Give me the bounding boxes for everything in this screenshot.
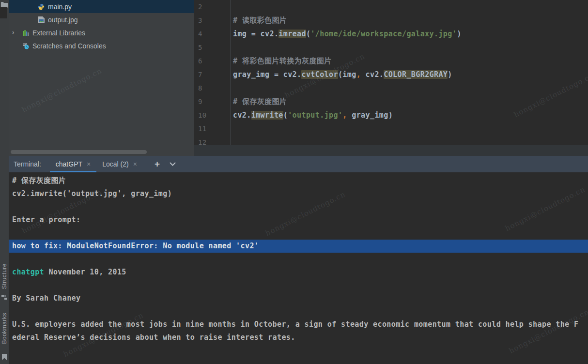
editor-bottom-strip xyxy=(194,145,588,156)
code-line[interactable]: 6 # 将彩色图片转换为灰度图片 xyxy=(194,54,588,68)
terminal-chatgpt-header-line[interactable]: chatgpt November 10, 2015 xyxy=(9,266,588,279)
terminal-line[interactable] xyxy=(9,227,588,240)
tab-local-2[interactable]: Local (2) × xyxy=(96,156,143,172)
code-line[interactable]: 3 # 读取彩色图片 xyxy=(194,14,588,27)
scratches-icon xyxy=(22,42,30,50)
line-number: 7 xyxy=(194,68,230,81)
left-tool-stripe: Structure Bookmarks xyxy=(0,0,9,364)
code-line[interactable]: 4 img = cv2.imread('/home/ide/workspace/… xyxy=(194,27,588,41)
code-line[interactable]: 2 xyxy=(194,0,588,14)
tree-item-output-jpg[interactable]: output.jpg xyxy=(9,13,194,26)
terminal-line[interactable] xyxy=(9,200,588,213)
line-number: 9 xyxy=(194,95,230,108)
line-number: 10 xyxy=(194,108,230,122)
code-line[interactable]: 8 xyxy=(194,81,588,95)
code-line[interactable]: 7 gray_img = cv2.cvtColor(img, cv2.COLOR… xyxy=(194,68,588,81)
external-libraries-icon xyxy=(22,29,30,37)
terminal-output[interactable]: # 保存灰度图片 cv2.imwrite('output.jpg', gray_… xyxy=(9,172,588,364)
project-folder-icon[interactable] xyxy=(1,1,8,7)
terminal-line[interactable]: cv2.imwrite('output.jpg', gray_img) xyxy=(9,187,588,200)
code-line[interactable]: 10 cv2.imwrite('output.jpg', gray_img) xyxy=(194,108,588,122)
line-number: 2 xyxy=(194,0,230,14)
line-number: 11 xyxy=(194,122,230,136)
code-line[interactable]: 5 xyxy=(194,41,588,54)
code-line[interactable]: 12 xyxy=(194,136,588,145)
terminal-line[interactable] xyxy=(9,253,588,266)
terminal-byline[interactable]: By Sarah Chaney xyxy=(9,292,588,305)
terminal-line[interactable] xyxy=(9,305,588,318)
tree-item-label: Scratches and Consoles xyxy=(32,42,106,50)
code-line[interactable]: 9 # 保存灰度图片 xyxy=(194,95,588,108)
line-number: 6 xyxy=(194,54,230,68)
terminal-label: Terminal: xyxy=(14,160,41,168)
tree-item-external-libraries[interactable]: › External Libraries xyxy=(9,26,194,39)
image-file-icon xyxy=(37,16,45,24)
tree-item-label: main.py xyxy=(48,3,72,11)
terminal-line[interactable] xyxy=(9,279,588,292)
terminal-line[interactable]: Enter a prompt: xyxy=(9,213,588,227)
line-number: 4 xyxy=(194,27,230,41)
line-number: 5 xyxy=(194,41,230,54)
add-tab-icon[interactable]: + xyxy=(155,159,160,169)
terminal-line[interactable]: # 保存灰度图片 xyxy=(9,174,588,187)
bookmarks-icon[interactable] xyxy=(1,353,7,362)
close-icon[interactable]: × xyxy=(133,160,137,168)
chevron-down-icon[interactable] xyxy=(170,162,176,167)
tab-chatgpt[interactable]: chatGPT × xyxy=(50,156,96,172)
python-file-icon xyxy=(37,3,45,11)
tool-stripe-slot xyxy=(0,7,7,18)
line-number: 3 xyxy=(194,14,230,27)
tree-item-main-py[interactable]: main.py xyxy=(9,0,194,13)
structure-tool-button[interactable]: Structure xyxy=(1,263,8,289)
bookmarks-tool-button[interactable]: Bookmarks xyxy=(1,313,8,344)
code-line[interactable]: 11 xyxy=(194,122,588,136)
project-horizontal-scrollbar[interactable] xyxy=(11,150,147,154)
tree-item-label: output.jpg xyxy=(48,16,78,24)
close-icon[interactable]: × xyxy=(87,160,91,168)
line-number: 12 xyxy=(194,136,230,145)
code-editor[interactable]: 2 3 # 读取彩色图片 4 img = cv2.imread('/home/i… xyxy=(194,0,588,145)
terminal-selected-prompt-line[interactable]: how to fix: ModuleNotFoundError: No modu… xyxy=(9,240,588,253)
tree-item-label: External Libraries xyxy=(32,29,85,37)
terminal-tab-bar: Terminal: chatGPT × Local (2) × + xyxy=(9,156,588,172)
structure-icon[interactable] xyxy=(1,293,7,302)
project-tree-panel: main.py output.jpg › External Libraries xyxy=(9,0,194,156)
gutter-separator xyxy=(230,0,231,145)
line-number: 8 xyxy=(194,81,230,95)
terminal-body-text[interactable]: U.S. employers added the most jobs in ni… xyxy=(9,318,588,331)
chevron-right-icon[interactable]: › xyxy=(12,29,19,36)
chatgpt-source-label: chatgpt xyxy=(12,268,44,276)
terminal-body-text[interactable]: ederal Reserve’s decisions about when to… xyxy=(9,331,588,344)
tree-item-scratches[interactable]: Scratches and Consoles xyxy=(9,39,194,52)
